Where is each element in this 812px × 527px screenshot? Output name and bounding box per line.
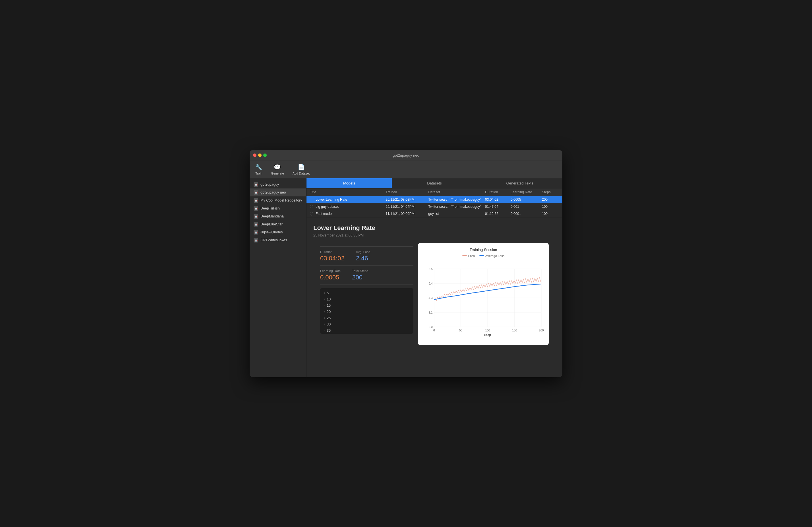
training-chart: 8.5 6.4 4.3 2.1 0.0 0 50 100 150 200 [422,261,544,340]
toolbar: 🔧 Train 💬 Generate 📄 Add Dataset [250,161,562,178]
stat-duration-label: Duration [320,250,345,253]
row-steps-3: 100 [542,212,559,216]
sidebar-label-gpt2upaguy: gpt2upaguy [260,182,279,187]
sidebar: 🤖 gpt2upaguy 🤖 gpt2upaguy neo 🤖 My Cool … [250,178,306,377]
row-duration-2: 01:47:04 [485,205,511,209]
steps-item-15[interactable]: › 15 [320,303,414,309]
col-header-trained: Trained [386,190,428,194]
steps-item-10[interactable]: › 10 [320,296,414,303]
chart-area: 8.5 6.4 4.3 2.1 0.0 0 50 100 150 200 [422,261,544,340]
sidebar-item-deeptrifish[interactable]: 🤖 DeepTriFish [250,204,306,212]
col-header-lr: Learning Rate [511,190,542,194]
col-header-duration: Duration [485,190,511,194]
close-button[interactable] [253,153,257,157]
table-row-first-model[interactable]: First model 11/11/21, 09:09PM guy list 0… [306,210,562,218]
stat-steps-label: Total Steps [352,269,368,273]
models-table: Title Trained Dataset Duration Learning … [306,188,562,218]
generate-button[interactable]: 💬 Generate [271,164,284,175]
row-indicator-3 [310,212,313,216]
col-header-steps: Steps [542,190,559,194]
row-trained-2: 25/11/21, 04:04PM [386,205,428,209]
main-layout: 🤖 gpt2upaguy 🤖 gpt2upaguy neo 🤖 My Cool … [250,178,562,377]
stat-lr-value: 0.0005 [320,274,340,281]
legend-avg-loss-label: Average Loss [485,254,504,258]
sidebar-item-gptwritesjokes[interactable]: 🤖 GPTWritesJokes [250,236,306,244]
sidebar-label-deepbluestar: DeepBlueStar [260,222,282,226]
steps-list: › 5 › 10 › 15 [320,288,414,334]
sidebar-item-my-cool-model[interactable]: 🤖 My Cool Model Repository [250,196,306,204]
sidebar-label-deeptrifish: DeepTriFish [260,206,280,210]
row-indicator-2 [310,205,313,208]
stat-lr-label: Learning Rate [320,269,340,273]
detail-date: 25 November 2021 at 08:35 PM [313,233,555,237]
steps-item-5[interactable]: › 5 [320,290,414,296]
detail-section: Lower Learning Rate 25 November 2021 at … [306,218,562,377]
app-window: gpt2upaguy neo 🔧 Train 💬 Generate 📄 Add … [250,150,562,377]
steps-item-30[interactable]: › 30 [320,321,414,327]
tab-generated-texts[interactable]: Generated Texts [477,178,562,188]
train-label: Train [255,172,262,175]
row-steps-1: 200 [542,197,559,202]
train-icon: 🔧 [255,164,262,171]
left-panel: Duration 03:04:02 Avg. Loss 2.46 Lear [320,243,414,345]
svg-text:2.1: 2.1 [429,311,433,314]
sidebar-item-deepbluestar[interactable]: 🤖 DeepBlueStar [250,220,306,228]
svg-text:150: 150 [512,329,517,332]
row-dataset-3: guy list [428,212,485,216]
col-header-dataset: Dataset [428,190,485,194]
stats-row-2: Learning Rate 0.0005 Total Steps 200 [320,269,414,281]
add-dataset-icon: 📄 [298,164,305,171]
table-row-big-guy-dataset[interactable]: big guy dataset 25/11/21, 04:04PM Twitte… [306,203,562,210]
legend-loss: Loss [462,254,475,258]
row-title-3: First model [316,212,332,216]
generate-label: Generate [271,172,284,175]
minimize-button[interactable] [258,153,262,157]
sidebar-label-jigsawquotes: JigsawQuotes [260,230,283,234]
stat-steps-value: 200 [352,274,368,281]
row-lr-3: 0.0001 [511,212,542,216]
sidebar-label-gpt2upaguy-neo: gpt2upaguy neo [260,190,286,194]
maximize-button[interactable] [263,153,267,157]
row-dataset-2: Twitter search: "from:makeupaguy" [428,205,485,209]
legend-loss-label: Loss [468,254,475,258]
sidebar-icon-deepbluestar: 🤖 [253,222,258,226]
sidebar-icon-jigsawquotes: 🤖 [253,230,258,235]
sidebar-item-gpt2upaguy-neo[interactable]: 🤖 gpt2upaguy neo [250,188,306,196]
legend-loss-swatch [462,255,467,256]
row-duration-1: 03:04:02 [485,197,511,202]
sidebar-icon-gpt2upaguy-neo: 🤖 [253,190,258,195]
steps-item-35[interactable]: › 35 [320,327,414,334]
legend-avg-loss: Average Loss [479,254,504,258]
row-dataset-1: Twitter search: "from:makeupaguy" [428,197,485,202]
svg-text:0.0: 0.0 [429,325,433,328]
sidebar-item-jigsawquotes[interactable]: 🤖 JigsawQuotes [250,228,306,236]
table-header: Title Trained Dataset Duration Learning … [306,188,562,196]
row-duration-3: 01:12:52 [485,212,511,216]
svg-text:50: 50 [459,329,463,332]
chevron-right-icon: › [324,317,325,320]
sidebar-icon-gpt2upaguy: 🤖 [253,182,258,187]
row-indicator-1 [310,198,313,201]
add-dataset-button[interactable]: 📄 Add Dataset [293,164,310,175]
svg-text:Step: Step [484,333,491,337]
detail-title: Lower Learning Rate [313,224,555,232]
tab-models[interactable]: Models [306,178,392,188]
sidebar-label-my-cool-model: My Cool Model Repository [260,199,302,202]
tab-datasets[interactable]: Datasets [392,178,477,188]
row-title-1: Lower Learning Rate [316,197,347,202]
sidebar-item-deepmandana[interactable]: 🤖 DeepMandana [250,212,306,220]
sidebar-label-deepmandana: DeepMandana [260,214,284,218]
svg-text:8.5: 8.5 [429,267,433,270]
sidebar-item-gpt2upaguy[interactable]: 🤖 gpt2upaguy [250,180,306,188]
table-row-lower-learning-rate[interactable]: Lower Learning Rate 25/11/21, 08:08PM Tw… [306,196,562,203]
generate-icon: 💬 [274,164,281,171]
stat-total-steps: Total Steps 200 [352,269,368,281]
stat-learning-rate: Learning Rate 0.0005 [320,269,340,281]
svg-text:6.4: 6.4 [429,282,433,285]
train-button[interactable]: 🔧 Train [255,164,262,175]
row-title-2: big guy dataset [316,205,338,209]
steps-item-20[interactable]: › 20 [320,309,414,315]
bottom-layout: Duration 03:04:02 Avg. Loss 2.46 Lear [313,243,555,352]
steps-item-25[interactable]: › 25 [320,315,414,321]
chart-legend: Loss Average Loss [422,254,544,258]
